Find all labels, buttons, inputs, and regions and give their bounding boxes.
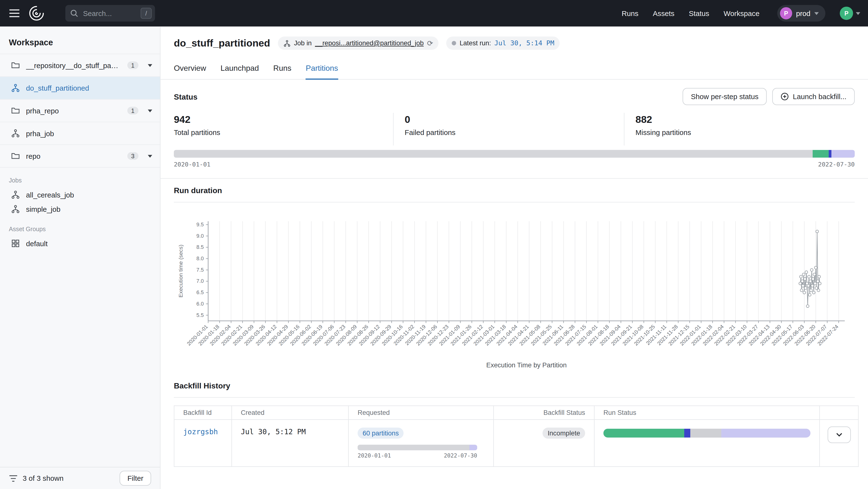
svg-text:Execution Time by Partition: Execution Time by Partition	[486, 361, 567, 369]
requested-partitions-bar[interactable]	[358, 445, 477, 450]
chevron-down-icon[interactable]	[148, 109, 152, 115]
search-box[interactable]: /	[65, 5, 155, 22]
job-origin-prefix: Job in	[294, 39, 312, 47]
col-run-status: Run Status	[594, 405, 819, 419]
partition-stats: 942 Total partitions 0 Failed partitions…	[174, 113, 855, 145]
repo-label: repo	[26, 152, 40, 160]
asset-group-icon	[11, 239, 20, 248]
stat-total-partitions: 942 Total partitions	[174, 113, 393, 145]
svg-text:8.5: 8.5	[196, 244, 204, 250]
status-section: Status Show per-step status Launch backf…	[160, 88, 868, 168]
backfill-created: Jul 30, 5:12 PM	[241, 428, 306, 436]
asset-group-label: default	[26, 239, 48, 248]
tab-launchpad[interactable]: Launchpad	[221, 59, 259, 79]
tab-partitions[interactable]: Partitions	[306, 59, 338, 80]
folder-icon	[11, 61, 20, 70]
stat-failed-partitions: 0 Failed partitions	[393, 113, 624, 145]
sidebar-item-all-cereals-job[interactable]: all_cereals_job	[0, 188, 160, 202]
tab-overview[interactable]: Overview	[174, 59, 206, 79]
svg-text:8.0: 8.0	[196, 255, 204, 261]
sidebar-footer: 3 of 3 shown Filter	[0, 467, 160, 489]
nav-status[interactable]: Status	[689, 9, 709, 18]
filter-button[interactable]: Filter	[120, 471, 151, 486]
range-start: 2020-01-01	[174, 161, 211, 168]
refresh-icon[interactable]: ⟳	[427, 39, 433, 47]
col-actions	[819, 405, 858, 419]
job-icon	[11, 205, 20, 214]
partition-range: 2020-01-01 2022-07-30	[174, 161, 855, 168]
run-duration-section: Run duration 2020-01-012020-01-182020-02…	[160, 178, 868, 373]
requested-partitions-chip[interactable]: 60 partitions	[358, 428, 404, 439]
col-backfill-id: Backfill Id	[174, 405, 231, 419]
sidebar-item-simple-job[interactable]: simple_job	[0, 202, 160, 216]
sidebar-item-repo[interactable]: repo 3	[0, 145, 160, 168]
sidebar-item-prha-repo[interactable]: prha_repo 1	[0, 100, 160, 122]
latest-run-time-link[interactable]: Jul 30, 5:14 PM	[494, 39, 554, 47]
repo-label: prha_job	[26, 129, 54, 137]
main-content: do_stuff_partitioned Job in __reposi...a…	[160, 27, 868, 489]
partition-status-bar[interactable]	[174, 150, 855, 158]
page-title: do_stuff_partitioned	[174, 37, 270, 49]
chevron-down-icon[interactable]	[148, 64, 152, 69]
page-header: do_stuff_partitioned Job in __reposi...a…	[160, 27, 868, 50]
sidebar-item-prha-job[interactable]: prha_job	[0, 122, 160, 145]
asset-groups-section-label: Asset Groups	[0, 217, 160, 236]
app-root: / Runs Assets Status Workspace P prod P …	[0, 0, 868, 489]
repo-label: do_stuff_partitioned	[26, 84, 89, 92]
chevron-down-icon	[814, 12, 819, 17]
nav-workspace[interactable]: Workspace	[724, 9, 760, 18]
deployment-switcher[interactable]: P prod	[777, 5, 826, 22]
col-backfill-status: Backfill Status	[493, 405, 594, 419]
user-menu[interactable]: P	[840, 6, 860, 20]
deployment-label: prod	[796, 9, 810, 18]
svg-text:7.0: 7.0	[196, 278, 204, 284]
backfill-id-link[interactable]: jozrgsbh	[183, 428, 218, 436]
nav-assets[interactable]: Assets	[653, 9, 675, 18]
folder-icon	[11, 152, 20, 160]
top-nav: Runs Assets Status Workspace	[622, 9, 760, 18]
job-icon	[11, 129, 20, 138]
sidebar-item-repository-do-stuff[interactable]: __repository__do_stuff_partitio... 1	[0, 54, 160, 77]
job-label: all_cereals_job	[26, 191, 74, 199]
job-tabs: Overview Launchpad Runs Partitions	[160, 59, 868, 80]
run-status-dot	[452, 41, 456, 45]
nav-runs[interactable]: Runs	[622, 9, 639, 18]
sidebar-item-do-stuff-partitioned[interactable]: do_stuff_partitioned	[0, 77, 160, 100]
col-created: Created	[232, 405, 349, 419]
svg-text:Execution time (secs): Execution time (secs)	[178, 244, 184, 297]
user-avatar: P	[840, 6, 853, 20]
run-status-bar[interactable]	[603, 429, 810, 437]
expand-row-button[interactable]	[827, 426, 850, 443]
svg-text:7.5: 7.5	[196, 267, 204, 273]
latest-run-chip: Latest run: Jul 30, 5:14 PM	[446, 37, 560, 50]
repo-count-badge: 1	[127, 61, 138, 69]
col-requested: Requested	[348, 405, 493, 419]
dagster-logo-icon[interactable]	[28, 4, 45, 22]
search-input[interactable]	[82, 8, 135, 18]
status-heading: Status	[174, 92, 197, 101]
repo-count-badge: 1	[127, 107, 138, 115]
backfill-status-badge: Incomplete	[542, 428, 585, 439]
backfill-history-heading: Backfill History	[174, 381, 230, 390]
repo-count-badge: 3	[127, 152, 138, 160]
job-icon	[11, 84, 20, 93]
chevron-down-icon	[856, 12, 860, 17]
svg-text:5.5: 5.5	[196, 312, 204, 318]
range-end: 2022-07-30	[818, 161, 855, 168]
range-start: 2020-01-01	[358, 452, 391, 458]
filter-list-icon	[9, 475, 18, 482]
chevron-down-icon[interactable]	[148, 155, 152, 160]
folder-icon	[11, 106, 20, 115]
run-duration-chart[interactable]: 2020-01-012020-01-182020-02-042020-02-21…	[174, 205, 855, 373]
tab-runs[interactable]: Runs	[273, 59, 291, 79]
job-origin-link[interactable]: __reposi...artitioned@partitioned_job	[315, 39, 424, 47]
svg-text:6.0: 6.0	[196, 301, 204, 307]
show-per-step-status-button[interactable]: Show per-step status	[683, 88, 767, 105]
repo-list: __repository__do_stuff_partitio... 1 do_…	[0, 54, 160, 167]
hamburger-menu-icon[interactable]	[8, 6, 21, 20]
workspace-sidebar: Workspace __repository__do_stuff_partiti…	[0, 27, 160, 489]
sidebar-item-default-asset-group[interactable]: default	[0, 236, 160, 251]
jobs-section-label: Jobs	[0, 168, 160, 188]
top-bar: / Runs Assets Status Workspace P prod P	[0, 0, 868, 27]
launch-backfill-button[interactable]: Launch backfill...	[772, 88, 855, 105]
